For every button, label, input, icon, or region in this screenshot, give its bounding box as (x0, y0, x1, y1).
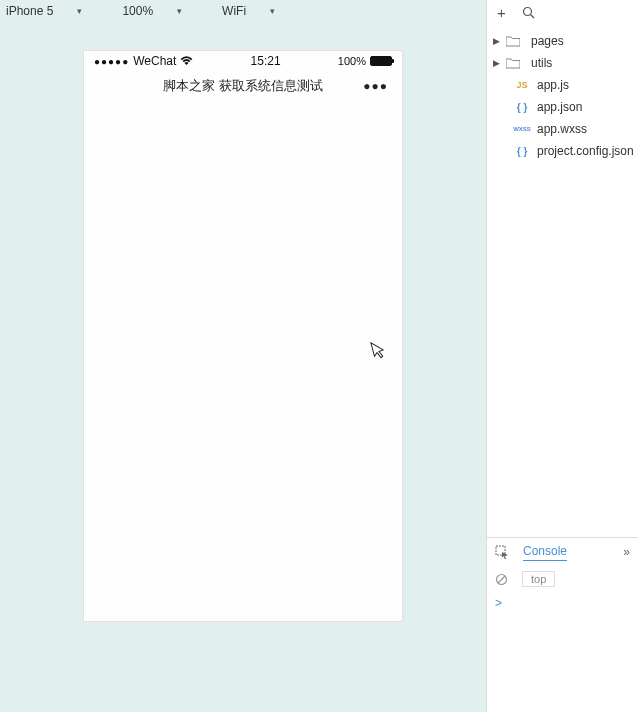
chevron-down-icon: ▾ (177, 6, 182, 16)
network-label: WiFi (222, 4, 246, 18)
simulator-viewport: ●●●●● WeChat 15:21 100% 脚本之家 获取系统信息测试 ●●… (0, 22, 486, 712)
file-label: app.json (537, 100, 582, 114)
caret-right-icon: ▶ (493, 58, 501, 68)
wxss-file-icon: WXSS (512, 126, 532, 132)
folder-icon (506, 36, 526, 47)
chevron-down-icon: ▾ (77, 6, 82, 16)
svg-point-0 (523, 7, 531, 15)
folder-utils[interactable]: ▶ utils (487, 52, 638, 74)
signal-icon: ●●●●● (94, 56, 129, 67)
battery-icon (370, 56, 392, 66)
file-app-json[interactable]: { } app.json (487, 96, 638, 118)
js-file-icon: JS (512, 80, 532, 90)
page-title: 脚本之家 获取系统信息测试 (163, 77, 323, 95)
zoom-selector[interactable]: 100% ▾ (122, 4, 182, 18)
file-tree: ▶ pages ▶ utils JS app.js { } app.json W… (487, 24, 638, 537)
svg-line-4 (498, 576, 505, 583)
console-prompt: > (495, 596, 502, 610)
status-bar: ●●●●● WeChat 15:21 100% (84, 51, 402, 71)
console-body[interactable]: > (487, 592, 638, 712)
more-tabs-icon[interactable]: » (623, 545, 630, 559)
wifi-icon (180, 56, 193, 66)
file-project-config[interactable]: { } project.config.json (487, 140, 638, 162)
chevron-down-icon: ▾ (270, 6, 275, 16)
file-label: app.wxss (537, 122, 587, 136)
console-panel: Console » top > (487, 537, 638, 712)
carrier-label: WeChat (133, 54, 176, 68)
device-label: iPhone 5 (6, 4, 53, 18)
file-label: app.js (537, 78, 569, 92)
console-filter-bar: top (487, 566, 638, 592)
context-selector[interactable]: top (522, 571, 555, 587)
folder-label: pages (531, 34, 564, 48)
clear-console-icon[interactable] (495, 573, 508, 586)
tab-console[interactable]: Console (523, 544, 567, 561)
add-button[interactable]: + (497, 4, 506, 21)
device-frame[interactable]: ●●●●● WeChat 15:21 100% 脚本之家 获取系统信息测试 ●●… (83, 50, 403, 622)
search-icon[interactable] (522, 6, 535, 19)
nav-bar: 脚本之家 获取系统信息测试 ●●● (84, 71, 402, 101)
simulator-toolbar: iPhone 5 ▾ 100% ▾ WiFi ▾ (0, 0, 486, 22)
folder-icon (506, 58, 526, 69)
time-label: 15:21 (251, 54, 281, 68)
device-selector[interactable]: iPhone 5 ▾ (6, 4, 82, 18)
json-file-icon: { } (512, 146, 532, 157)
file-app-js[interactable]: JS app.js (487, 74, 638, 96)
network-selector[interactable]: WiFi ▾ (222, 4, 275, 18)
folder-pages[interactable]: ▶ pages (487, 30, 638, 52)
element-picker-icon[interactable] (495, 545, 509, 559)
right-panel: + ▶ pages ▶ utils JS app.js { } a (486, 0, 638, 712)
zoom-label: 100% (122, 4, 153, 18)
file-label: project.config.json (537, 144, 634, 158)
panel-toolbar: + (487, 0, 638, 24)
file-app-wxss[interactable]: WXSS app.wxss (487, 118, 638, 140)
menu-dots-icon[interactable]: ●●● (363, 79, 388, 93)
json-file-icon: { } (512, 102, 532, 113)
console-tabs: Console » (487, 538, 638, 566)
battery-label: 100% (338, 55, 366, 67)
svg-line-1 (530, 14, 534, 18)
folder-label: utils (531, 56, 552, 70)
caret-right-icon: ▶ (493, 36, 501, 46)
